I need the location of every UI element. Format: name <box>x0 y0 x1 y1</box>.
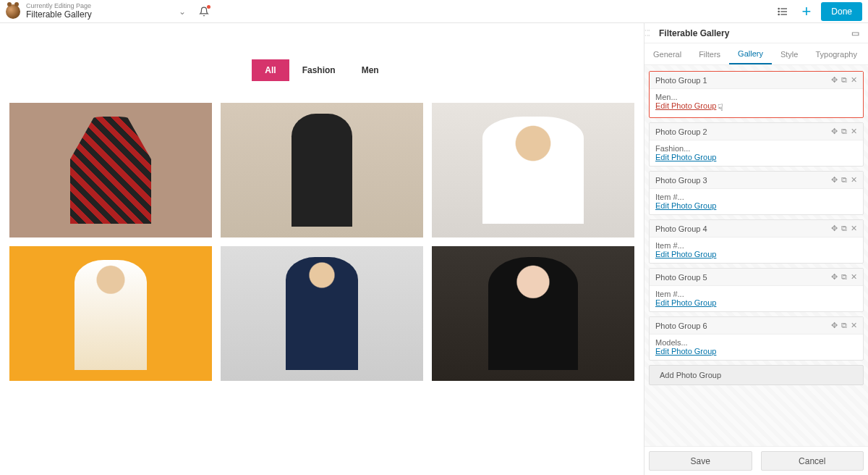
group-title: Photo Group 4 <box>655 224 707 233</box>
group-header[interactable]: Photo Group 1 ✥ ⧉ ✕ <box>650 72 863 89</box>
gallery-item[interactable] <box>432 246 634 381</box>
cursor-pointer-icon: ☟ <box>718 102 723 113</box>
move-icon[interactable]: ✥ <box>831 224 838 233</box>
gallery-grid <box>14 103 629 381</box>
duplicate-icon[interactable]: ⧉ <box>841 75 847 85</box>
svg-point-4 <box>778 11 779 12</box>
move-icon[interactable]: ✥ <box>831 75 838 85</box>
page-title: Filterable Gallery <box>26 10 92 20</box>
photo-group-1[interactable]: Photo Group 1 ✥ ⧉ ✕ Men... Edit Photo Gr… <box>649 71 864 118</box>
group-title: Photo Group 2 <box>655 127 707 136</box>
gallery-item[interactable] <box>432 103 634 238</box>
topbar-actions: + Done <box>774 2 862 21</box>
delete-icon[interactable]: ✕ <box>851 224 857 233</box>
photo-group-2[interactable]: Photo Group 2 ✥⧉✕ Fashion... Edit Photo … <box>649 122 864 167</box>
group-header[interactable]: Photo Group 6 ✥⧉✕ <box>650 317 863 335</box>
group-meta: Men... <box>655 93 857 101</box>
topbar: Currently Editing Page Filterable Galler… <box>0 0 868 23</box>
group-meta: Item #... <box>655 193 857 201</box>
gallery-item[interactable] <box>221 246 423 381</box>
save-button[interactable]: Save <box>649 451 752 471</box>
delete-icon[interactable]: ✕ <box>851 127 857 136</box>
move-icon[interactable]: ✥ <box>831 127 838 136</box>
photo-group-3[interactable]: Photo Group 3 ✥⧉✕ Item #... Edit Photo G… <box>649 171 864 215</box>
outline-panel-icon[interactable] <box>774 3 791 20</box>
delete-icon[interactable]: ✕ <box>851 175 857 185</box>
app-logo <box>6 4 20 19</box>
group-header[interactable]: Photo Group 4 ✥⧉✕ <box>650 220 863 238</box>
group-title: Photo Group 6 <box>655 321 707 330</box>
svg-point-3 <box>778 8 779 9</box>
filter-tab-all[interactable]: All <box>252 59 289 81</box>
filter-tab-fashion[interactable]: Fashion <box>289 59 349 81</box>
done-button[interactable]: Done <box>821 2 862 21</box>
tab-style[interactable]: Style <box>772 43 807 64</box>
tab-filters[interactable]: Filters <box>690 43 729 64</box>
cancel-button[interactable]: Cancel <box>761 451 864 471</box>
tab-general[interactable]: General <box>644 43 690 64</box>
duplicate-icon[interactable]: ⧉ <box>841 272 847 282</box>
photo-group-6[interactable]: Photo Group 6 ✥⧉✕ Models... Edit Photo G… <box>649 316 864 361</box>
add-module-icon[interactable]: + <box>799 2 814 21</box>
duplicate-icon[interactable]: ⧉ <box>841 321 847 330</box>
edit-photo-group-link[interactable]: Edit Photo Group <box>655 250 716 258</box>
group-meta: Models... <box>655 338 857 347</box>
tab-gallery[interactable]: Gallery <box>729 43 772 64</box>
duplicate-icon[interactable]: ⧉ <box>841 224 847 233</box>
group-meta: Item #... <box>655 290 857 298</box>
group-title: Photo Group 1 <box>655 76 707 85</box>
filter-tab-men[interactable]: Men <box>349 59 392 81</box>
panel-tabs: General Filters Gallery Style Typography… <box>644 43 868 65</box>
notifications-icon[interactable] <box>199 7 209 17</box>
panel-header[interactable]: ⋮⋮ Filterable Gallery ▭ <box>644 23 868 43</box>
tab-typography[interactable]: Typography <box>807 43 865 64</box>
delete-icon[interactable]: ✕ <box>851 321 857 330</box>
settings-panel: ⋮⋮ Filterable Gallery ▭ General Filters … <box>644 23 868 475</box>
edit-photo-group-link[interactable]: Edit Photo Group <box>655 347 716 356</box>
delete-icon[interactable]: ✕ <box>851 75 857 85</box>
delete-icon[interactable]: ✕ <box>851 272 857 282</box>
panel-body: Photo Group 1 ✥ ⧉ ✕ Men... Edit Photo Gr… <box>644 65 868 446</box>
gallery-item[interactable] <box>221 103 423 238</box>
move-icon[interactable]: ✥ <box>831 175 838 185</box>
group-title: Photo Group 5 <box>655 273 707 282</box>
page-dropdown-chevron-icon[interactable]: ⌄ <box>179 7 186 17</box>
duplicate-icon[interactable]: ⧉ <box>841 127 847 136</box>
edit-photo-group-link[interactable]: Edit Photo Group <box>655 153 716 161</box>
group-actions: ✥ ⧉ ✕ <box>831 75 857 85</box>
add-photo-group-button[interactable]: Add Photo Group <box>649 365 864 385</box>
notification-dot <box>207 5 210 9</box>
edit-photo-group-link[interactable]: Edit Photo Group <box>655 201 716 210</box>
move-icon[interactable]: ✥ <box>831 272 838 282</box>
group-header[interactable]: Photo Group 3 ✥⧉✕ <box>650 172 863 189</box>
panel-resize-icon[interactable]: ▭ <box>851 28 859 38</box>
group-title: Photo Group 3 <box>655 176 707 185</box>
drag-handle-icon[interactable]: ⋮⋮ <box>646 28 649 38</box>
gallery-item[interactable] <box>9 246 212 381</box>
edit-photo-group-link[interactable]: Edit Photo Group <box>655 101 716 110</box>
move-icon[interactable]: ✥ <box>831 321 838 330</box>
gallery-item[interactable] <box>9 103 212 238</box>
edit-photo-group-link[interactable]: Edit Photo Group <box>655 298 716 307</box>
group-body: Men... Edit Photo Group☟ <box>650 89 863 117</box>
group-header[interactable]: Photo Group 5 ✥⧉✕ <box>650 269 863 286</box>
panel-title: Filterable Gallery <box>659 28 729 38</box>
gallery-filter-bar: All Fashion Men <box>14 59 629 81</box>
group-meta: Fashion... <box>655 144 857 153</box>
group-header[interactable]: Photo Group 2 ✥⧉✕ <box>650 123 863 140</box>
group-meta: Item #... <box>655 241 857 250</box>
photo-group-5[interactable]: Photo Group 5 ✥⧉✕ Item #... Edit Photo G… <box>649 268 864 312</box>
panel-footer: Save Cancel <box>644 446 868 475</box>
duplicate-icon[interactable]: ⧉ <box>841 175 847 185</box>
editor-canvas: All Fashion Men <box>0 23 644 475</box>
photo-group-4[interactable]: Photo Group 4 ✥⧉✕ Item #... Edit Photo G… <box>649 219 864 264</box>
svg-point-5 <box>778 14 779 14</box>
page-context[interactable]: Currently Editing Page Filterable Galler… <box>26 3 92 20</box>
